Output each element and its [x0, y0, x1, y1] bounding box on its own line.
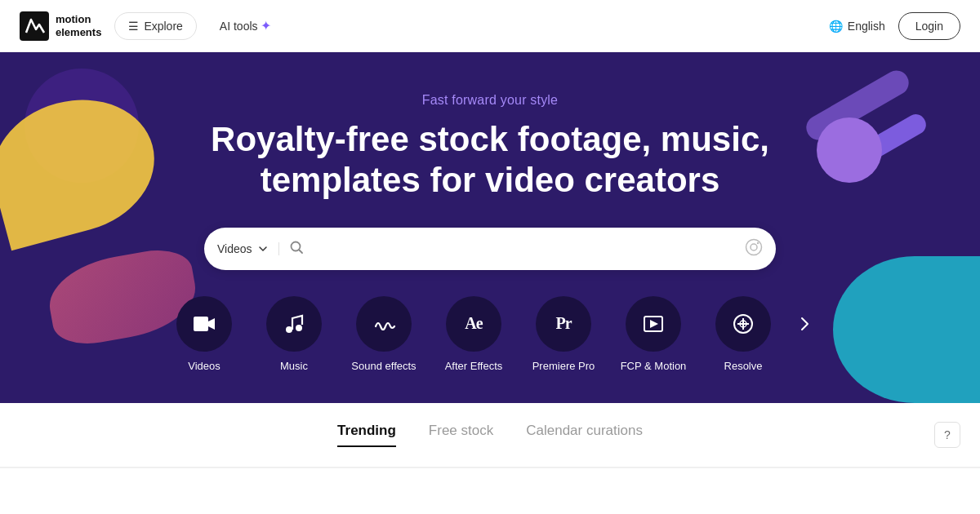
category-label-music: Music [280, 360, 308, 372]
search-dropdown[interactable]: Videos [217, 242, 279, 255]
logo[interactable]: motion elements [20, 11, 101, 41]
category-item-music[interactable]: Music [249, 296, 339, 372]
svg-point-3 [751, 244, 757, 250]
categories: Videos Music Sound effects Ae After Ef [0, 296, 980, 372]
camera-icon[interactable] [745, 238, 763, 259]
tabs-section: Trending Free stock Calendar curations ? [0, 403, 980, 468]
search-input[interactable] [310, 241, 738, 255]
shape-yellow [0, 82, 169, 250]
globe-icon: 🌐 [829, 20, 843, 33]
hero-subtitle: Fast forward your style [422, 93, 558, 108]
tab-calendar-curations[interactable]: Calendar curations [526, 423, 643, 447]
help-icon: ? [944, 428, 951, 441]
category-icon-resolve [715, 296, 771, 352]
category-label-premiere-pro: Premiere Pro [532, 360, 595, 372]
category-item-sound-effects[interactable]: Sound effects [339, 296, 429, 372]
navbar: motion elements ☰ Explore AI tools ✦ 🌐 E… [0, 0, 980, 52]
logo-icon [20, 11, 49, 41]
category-icon-premiere-pro: Pr [536, 296, 591, 352]
shape-circle-purple [817, 117, 882, 183]
search-bar: Videos [204, 228, 776, 270]
hero-section: Fast forward your style Royalty-free sto… [0, 52, 980, 403]
svg-point-4 [757, 242, 759, 244]
category-item-resolve[interactable]: Resolve [698, 296, 788, 372]
search-icon [289, 240, 304, 258]
next-arrow-button[interactable] [788, 308, 821, 340]
explore-label: Explore [144, 20, 182, 33]
category-label-videos: Videos [188, 360, 220, 372]
category-item-videos[interactable]: Videos [159, 296, 249, 372]
logo-text: motion elements [56, 13, 101, 38]
language-button[interactable]: 🌐 English [829, 20, 885, 33]
hero-title-line2: templates for video creators [261, 161, 720, 199]
navbar-left: motion elements ☰ Explore AI tools ✦ [20, 11, 281, 41]
svg-point-1 [291, 241, 300, 250]
category-item-after-effects[interactable]: Ae After Effects [429, 296, 519, 372]
hamburger-icon: ☰ [128, 20, 139, 33]
category-item-fcp-motion[interactable]: FCP & Motion [608, 296, 698, 372]
ai-star-icon: ✦ [261, 19, 271, 33]
chevron-down-icon [257, 243, 269, 255]
category-icon-music [266, 296, 322, 352]
svg-point-2 [746, 239, 762, 255]
category-label-after-effects: After Effects [445, 360, 503, 372]
category-icon-fcp-motion [626, 296, 681, 352]
category-label-sound-effects: Sound effects [351, 360, 416, 372]
category-icon-sound-effects [356, 296, 412, 352]
tab-free-stock[interactable]: Free stock [429, 423, 493, 447]
category-label-resolve: Resolve [724, 360, 763, 372]
tabs: Trending Free stock Calendar curations [337, 423, 643, 447]
help-button[interactable]: ? [934, 422, 960, 448]
login-label: Login [915, 20, 943, 33]
language-label: English [848, 20, 885, 33]
svg-point-7 [296, 325, 302, 331]
ai-tools-button[interactable]: AI tools ✦ [210, 11, 282, 40]
svg-point-6 [286, 326, 292, 333]
navbar-right: 🌐 English Login [829, 12, 960, 40]
category-item-premiere-pro[interactable]: Pr Premiere Pro [519, 296, 608, 372]
brand-name-line1: motion [56, 13, 101, 26]
ai-tools-label: AI tools [220, 20, 258, 33]
search-dropdown-label: Videos [217, 242, 252, 255]
brand-name-line2: elements [56, 26, 101, 39]
hero-title: Royalty-free stock footage, music, templ… [211, 119, 769, 202]
tab-trending[interactable]: Trending [337, 423, 396, 447]
category-icon-after-effects: Ae [446, 296, 501, 352]
svg-rect-5 [194, 317, 208, 331]
category-icon-videos [176, 296, 232, 352]
category-label-fcp-motion: FCP & Motion [621, 360, 687, 372]
login-button[interactable]: Login [898, 12, 960, 40]
hero-title-line1: Royalty-free stock footage, music, [211, 120, 769, 158]
explore-button[interactable]: ☰ Explore [114, 12, 196, 40]
